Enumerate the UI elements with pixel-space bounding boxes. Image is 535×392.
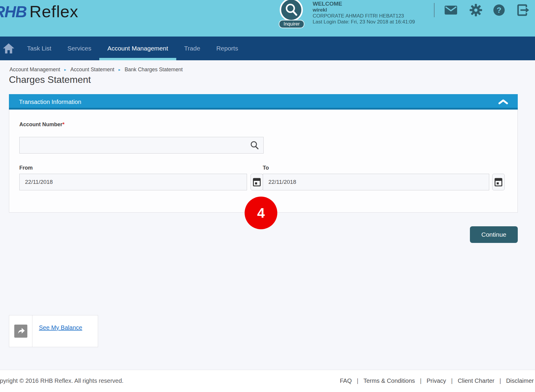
panel-header[interactable]: Transaction Information [9,94,518,110]
logout-icon[interactable] [516,4,530,17]
search-icon[interactable] [250,141,259,151]
breadcrumb-arrow-icon: ▸ [64,67,66,72]
role-badge: Inquirer [279,20,304,28]
account-number-field-wrap [19,137,264,154]
logo-reflex-text: Reflex [29,2,78,21]
page-title: Charges Statement [9,74,91,85]
see-my-balance-box: See My Balance [9,315,98,347]
to-calendar-icon[interactable] [492,174,505,190]
panel-title: Transaction Information [19,99,81,105]
app-logo: RHBReflex [0,2,78,21]
settings-gear-icon[interactable] [469,4,483,17]
nav-item-trade[interactable]: Trade [176,37,208,60]
breadcrumb-bank-charges-statement[interactable]: Bank Charges Statement [125,67,183,73]
footer-links: FAQ | Terms & Conditions | Privacy | Cli… [340,377,534,384]
footer-link-privacy[interactable]: Privacy [427,377,446,384]
welcome-label: WELCOME [313,1,415,7]
account-number-input[interactable] [19,137,264,154]
footer-link-disclaimer[interactable]: Disclaimer [506,377,534,384]
footer: Copyright © 2016 RHB Reflex. All rights … [0,370,535,392]
account-number-label-text: Account Number [19,121,62,127]
footer-separator: | [420,377,421,384]
username-text: wirekl [313,7,415,13]
user-avatar[interactable]: Inquirer [279,0,304,28]
collapse-chevron-icon[interactable] [498,99,508,106]
help-question-glyph: ? [493,4,505,16]
required-asterisk: * [62,121,64,127]
footer-separator: | [357,377,358,384]
breadcrumb-arrow-icon: ▸ [119,67,121,72]
to-date-input[interactable] [263,174,489,190]
see-my-balance-link[interactable]: See My Balance [39,324,82,331]
breadcrumb: Account Management ▸ Account Statement ▸… [10,67,183,73]
transaction-information-panel: Transaction Information Account Number* … [9,94,518,213]
last-login-text: Last Login Date: Fri, 23 Nov 2018 at 16:… [313,19,415,25]
balance-icon-cell [9,315,32,347]
footer-separator: | [499,377,501,384]
header-divider [434,3,435,17]
footer-link-terms[interactable]: Terms & Conditions [364,377,415,384]
search-avatar-icon [280,0,303,21]
to-field-wrap [263,174,489,190]
account-number-label: Account Number* [19,121,64,128]
footer-separator: | [451,377,453,384]
nav-item-task-list[interactable]: Task List [19,37,59,60]
organization-text: CORPORATE AHMAD FITRI HEBAT123 [313,13,415,19]
breadcrumb-account-statement[interactable]: Account Statement [70,67,114,73]
to-label: To [263,165,269,171]
main-navbar: Task List Services Account Management Tr… [0,37,535,60]
logo-rhb-text: RHB [0,3,26,20]
footer-link-client-charter[interactable]: Client Charter [458,377,494,384]
nav-item-services[interactable]: Services [59,37,100,60]
from-date-input[interactable] [19,174,247,190]
redirect-arrow-icon[interactable] [14,325,27,338]
home-icon[interactable] [0,37,19,60]
top-header: RHBReflex Inquirer WELCOME wirekl CORPOR… [0,0,535,37]
breadcrumb-account-management[interactable]: Account Management [10,67,60,73]
help-icon[interactable]: ? [492,4,506,17]
nav-item-reports[interactable]: Reports [208,37,246,60]
copyright-text: Copyright © 2016 RHB Reflex. All rights … [0,377,124,384]
from-calendar-icon[interactable] [251,174,263,190]
balance-link-cell: See My Balance [32,315,98,347]
nav-item-account-management[interactable]: Account Management [99,37,176,60]
from-field-wrap [19,174,247,190]
welcome-block: WELCOME wirekl CORPORATE AHMAD FITRI HEB… [313,1,415,25]
mail-icon[interactable] [444,4,458,17]
continue-button[interactable]: Continue [470,226,518,243]
footer-link-faq[interactable]: FAQ [340,377,352,384]
step-count-badge: 4 [245,197,277,229]
from-label: From [19,165,33,171]
